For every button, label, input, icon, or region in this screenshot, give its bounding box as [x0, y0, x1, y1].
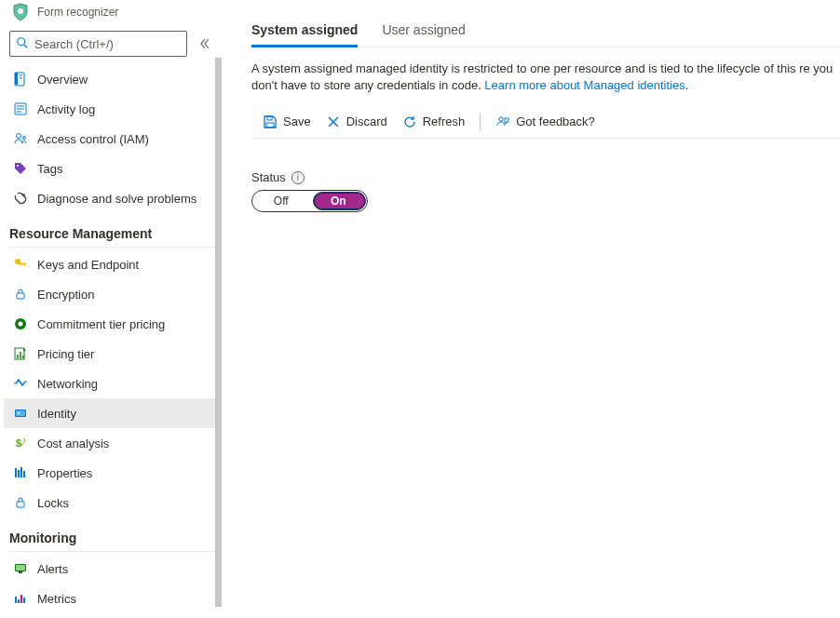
resource-header: Form recognizer: [4, 0, 223, 25]
description-suffix: .: [685, 78, 689, 92]
save-label: Save: [283, 114, 311, 128]
svg-point-10: [17, 134, 21, 139]
status-label: Status: [251, 170, 286, 184]
nav-locks[interactable]: Locks: [4, 488, 223, 517]
overview-icon: [13, 72, 28, 87]
nav-label: Metrics: [37, 592, 76, 606]
svg-rect-32: [19, 571, 22, 573]
commitment-icon: [13, 316, 28, 331]
section-title-monitoring: Monitoring: [4, 517, 223, 551]
lock-icon: [13, 287, 28, 302]
refresh-label: Refresh: [423, 114, 466, 128]
networking-icon: [13, 376, 28, 391]
nav-iam[interactable]: Access control (IAM): [4, 124, 223, 154]
tab-system-assigned[interactable]: System assigned: [251, 17, 358, 47]
nav-alerts[interactable]: Alerts: [4, 554, 223, 584]
nav-label: Diagnose and solve problems: [37, 192, 196, 206]
main-content: System assigned User assigned A system a…: [224, 0, 840, 618]
svg-point-1: [18, 37, 25, 45]
nav-tags[interactable]: Tags: [4, 154, 223, 183]
nav-diagnose[interactable]: Diagnose and solve problems: [4, 183, 223, 213]
svg-point-11: [23, 137, 26, 140]
feedback-label: Got feedback?: [516, 114, 595, 128]
nav-encryption[interactable]: Encryption: [4, 279, 223, 309]
search-input[interactable]: [34, 37, 181, 51]
nav-metrics[interactable]: Metrics: [4, 584, 223, 613]
divider: [9, 247, 217, 248]
svg-line-2: [24, 44, 28, 47]
sidebar: Form recognizer Overview Activity log: [0, 0, 224, 618]
command-bar: Save Discard Refresh Got feedback?: [251, 105, 840, 139]
svg-point-19: [19, 322, 23, 327]
save-button[interactable]: Save: [263, 105, 311, 138]
properties-icon: [13, 465, 28, 480]
metrics-icon: [13, 591, 28, 606]
nav-label: Access control (IAM): [37, 132, 149, 146]
svg-rect-31: [16, 565, 25, 571]
divider: [9, 551, 217, 552]
tab-user-assigned[interactable]: User assigned: [382, 17, 466, 47]
nav-label: Cost analysis: [37, 437, 109, 450]
nav-label: Locks: [37, 496, 69, 510]
toolbar-separator: [480, 114, 481, 130]
nav-commitment-tier[interactable]: Commitment tier pricing: [4, 309, 223, 339]
activity-log-icon: [13, 101, 28, 116]
cost-icon: $: [13, 436, 28, 450]
feedback-button[interactable]: Got feedback?: [495, 105, 595, 138]
discard-label: Discard: [346, 114, 387, 128]
nav-properties[interactable]: Properties: [4, 458, 223, 488]
identity-icon: [13, 406, 28, 421]
sidebar-scrollbar[interactable]: [215, 58, 223, 607]
nav-pricing-tier[interactable]: Pricing tier: [4, 339, 223, 369]
status-toggle[interactable]: Off On: [251, 190, 368, 212]
pricing-icon: [13, 346, 28, 361]
resource-type-icon: [11, 3, 30, 21]
identity-description: A system assigned managed identity is re…: [251, 60, 840, 94]
toggle-off-label: Off: [252, 195, 310, 208]
nav-label: Activity log: [37, 102, 95, 116]
svg-point-23: [18, 412, 20, 415]
nav-label: Commitment tier pricing: [37, 317, 165, 331]
learn-more-link[interactable]: Learn more about Managed identities: [484, 78, 684, 92]
nav-label: Encryption: [37, 288, 94, 302]
search-icon: [16, 36, 29, 52]
nav-activity-log[interactable]: Activity log: [4, 94, 223, 124]
svg-rect-22: [16, 410, 25, 416]
nav-label: Tags: [37, 162, 62, 176]
alerts-icon: [13, 561, 28, 576]
sidebar-search[interactable]: [9, 31, 187, 57]
info-icon[interactable]: i: [291, 171, 305, 184]
key-icon: [13, 257, 28, 272]
svg-point-41: [499, 117, 503, 121]
feedback-icon: [495, 114, 510, 129]
svg-point-13: [22, 194, 24, 195]
save-icon: [263, 114, 278, 129]
svg-rect-17: [17, 293, 24, 299]
nav-label: Identity: [37, 407, 76, 421]
nav-label: Keys and Endpoint: [37, 258, 139, 272]
iam-icon: [13, 131, 28, 146]
resource-title: Form recognizer: [37, 6, 118, 19]
nav-cost-analysis[interactable]: $ Cost analysis: [4, 428, 223, 458]
svg-rect-16: [24, 263, 26, 266]
svg-point-12: [17, 165, 19, 167]
nav-label: Networking: [37, 377, 98, 391]
svg-text:$: $: [16, 437, 21, 449]
svg-rect-29: [17, 502, 24, 507]
collapse-sidebar-button[interactable]: [195, 34, 215, 54]
svg-rect-38: [266, 123, 274, 128]
nav-overview[interactable]: Overview: [4, 64, 223, 94]
nav-label: Pricing tier: [37, 347, 94, 361]
nav-identity[interactable]: Identity: [4, 398, 223, 428]
svg-point-0: [18, 8, 23, 14]
discard-button[interactable]: Discard: [326, 105, 387, 138]
identity-tabs: System assigned User assigned: [251, 17, 840, 47]
diagnose-icon: [13, 191, 28, 206]
refresh-icon: [402, 114, 417, 129]
nav-networking[interactable]: Networking: [4, 369, 223, 398]
nav-label: Overview: [37, 73, 88, 87]
refresh-button[interactable]: Refresh: [402, 105, 466, 138]
discard-icon: [326, 114, 341, 129]
nav-keys-endpoint[interactable]: Keys and Endpoint: [4, 249, 223, 279]
locks-icon: [13, 495, 28, 510]
